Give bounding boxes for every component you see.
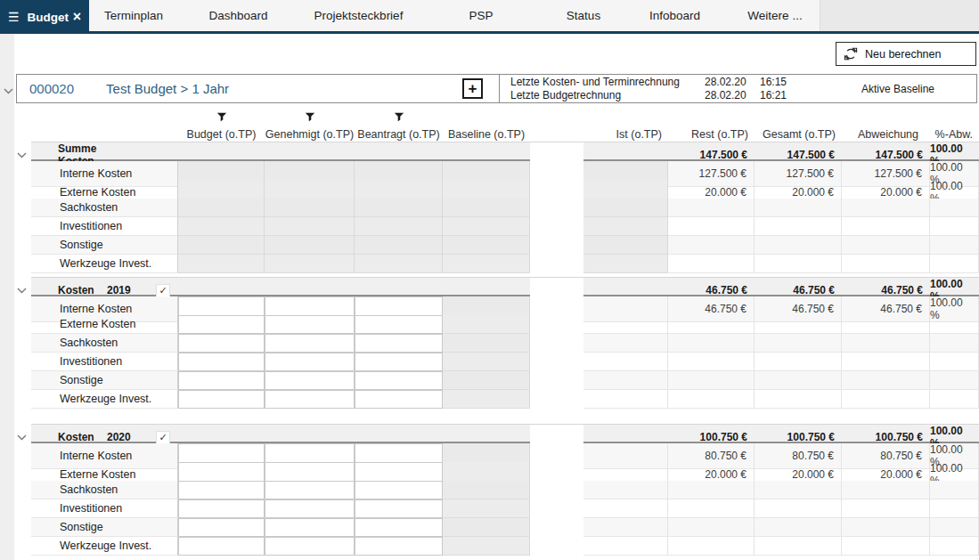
- budget-row-interne-kosten: Interne Kosten80.750 €80.750 €80.750 €10…: [31, 443, 979, 462]
- budget-cell[interactable]: [178, 537, 265, 556]
- project-header: 000020 Test Budget > 1 Jahr + Letzte Kos…: [16, 74, 977, 103]
- add-button[interactable]: +: [462, 78, 483, 99]
- group-active-checkbox[interactable]: ✓: [156, 431, 170, 444]
- column-header-ist: Ist (o.TP): [583, 124, 668, 141]
- tab-weitere[interactable]: Weitere ...: [726, 0, 824, 31]
- group-header-row: Kosten2020✓100.750 €100.750 €100.750 €10…: [31, 424, 979, 443]
- beantragt-cell[interactable]: [355, 390, 443, 409]
- abweichung-value: [842, 371, 930, 390]
- budget-row-sachkosten: Sachkosten: [31, 481, 979, 499]
- tab-dashboard[interactable]: Dashboard: [178, 0, 298, 31]
- ist-cell: [583, 537, 668, 556]
- gesamt-value: [755, 334, 842, 353]
- baseline-cell: [443, 371, 530, 390]
- beantragt-cell[interactable]: [355, 334, 443, 353]
- calculation-info-date: 28.02.20: [705, 89, 760, 102]
- tab-projektsteckbrief[interactable]: Projektsteckbrief: [298, 0, 419, 31]
- baseline-cell: [443, 217, 530, 236]
- budget-cell[interactable]: [178, 353, 265, 371]
- beantragt-cell[interactable]: [355, 353, 443, 371]
- tab-budget[interactable]: ☰ Budget ×: [0, 0, 89, 34]
- genehmigt-cell[interactable]: [265, 371, 355, 390]
- budget-cell: [178, 255, 265, 273]
- tab-bar-empty-zone: [820, 0, 979, 31]
- ist-cell: [583, 518, 668, 537]
- genehmigt-cell[interactable]: [265, 315, 355, 334]
- genehmigt-cell[interactable]: [265, 390, 355, 409]
- tab-label: Infoboard: [649, 9, 700, 22]
- genehmigt-cell[interactable]: [265, 353, 355, 371]
- row-label: Sonstige: [31, 518, 178, 537]
- genehmigt-cell[interactable]: [265, 334, 355, 353]
- spacer-cell: [530, 199, 583, 217]
- gesamt-value: [755, 499, 842, 518]
- budget-cell[interactable]: [178, 518, 265, 537]
- row-label: Investitionen: [31, 353, 178, 371]
- beantragt-cell[interactable]: [355, 315, 443, 334]
- group-expand-chevron-icon[interactable]: [17, 146, 27, 162]
- spacer-cell: [530, 255, 583, 273]
- rest-value: [668, 371, 755, 390]
- pabw-value: [930, 334, 979, 353]
- spacer-cell: [530, 499, 583, 518]
- abweichung-value: [842, 518, 930, 537]
- budget-cell[interactable]: [178, 315, 265, 334]
- budget-row-externe-kosten: Externe Kosten20.000 €20.000 €20.000 €10…: [31, 180, 979, 199]
- budget-row-sonstige: Sonstige: [31, 371, 979, 390]
- group-active-checkbox[interactable]: ✓: [156, 284, 170, 297]
- beantragt-cell[interactable]: [355, 481, 443, 499]
- recalculate-button[interactable]: Neu berechnen: [836, 42, 976, 66]
- spacer-cell: [530, 481, 583, 499]
- row-label: Investitionen: [31, 499, 178, 518]
- row-label: Sachkosten: [31, 481, 178, 499]
- budget-row-interne-kosten: Interne Kosten127.500 €127.500 €127.500 …: [31, 161, 979, 180]
- budget-cell[interactable]: [178, 499, 265, 518]
- genehmigt-cell[interactable]: [265, 481, 355, 499]
- budget-section-kosten-2020: Kosten2020✓100.750 €100.750 €100.750 €10…: [31, 424, 979, 556]
- pabw-value: [930, 217, 979, 236]
- project-expand-chevron-icon[interactable]: [4, 82, 13, 98]
- abweichung-value: [842, 334, 930, 353]
- abweichung-value: [842, 499, 930, 518]
- budget-cell[interactable]: [178, 390, 265, 409]
- budget-cell[interactable]: [178, 334, 265, 353]
- rest-value: [668, 481, 755, 499]
- pabw-value: [930, 371, 979, 390]
- genehmigt-cell[interactable]: [265, 499, 355, 518]
- ist-cell: [583, 236, 668, 255]
- abweichung-value: [842, 353, 930, 371]
- group-year: 2020: [107, 431, 135, 443]
- budget-cell[interactable]: [178, 371, 265, 390]
- spacer-cell: [530, 518, 583, 537]
- beantragt-cell[interactable]: [355, 371, 443, 390]
- beantragt-cell[interactable]: [355, 537, 443, 556]
- rest-value: [668, 518, 755, 537]
- beantragt-cell[interactable]: [355, 518, 443, 537]
- genehmigt-cell[interactable]: [265, 518, 355, 537]
- tab-label: PSP: [469, 9, 493, 22]
- budget-cell[interactable]: [178, 481, 265, 499]
- genehmigt-cell[interactable]: [265, 537, 355, 556]
- column-header-beantragt: Beantragt (o.TP): [355, 124, 443, 141]
- budget-cell: [178, 236, 265, 255]
- tab-psp[interactable]: PSP: [419, 0, 543, 31]
- baseline-cell: [443, 255, 530, 273]
- budget-table: Summe Kosten147.500 €147.500 €147.500 €1…: [31, 142, 979, 556]
- close-tab-icon[interactable]: ×: [73, 10, 81, 24]
- row-label: Sonstige: [31, 371, 178, 390]
- hamburger-menu-icon[interactable]: ☰: [8, 10, 20, 24]
- row-label: Externe Kosten: [31, 315, 178, 334]
- group-expand-chevron-icon[interactable]: [17, 428, 27, 444]
- budget-section-summe-kosten: Summe Kosten147.500 €147.500 €147.500 €1…: [31, 142, 979, 273]
- tab-infoboard[interactable]: Infoboard: [624, 0, 726, 31]
- baseline-cell: [443, 537, 530, 556]
- group-expand-chevron-icon[interactable]: [17, 281, 27, 297]
- tab-terminplan[interactable]: Terminplan: [89, 0, 178, 31]
- tab-status[interactable]: Status: [543, 0, 624, 31]
- row-label: Sachkosten: [31, 199, 178, 217]
- pabw-value: [930, 199, 979, 217]
- beantragt-cell[interactable]: [355, 499, 443, 518]
- budget-row-sonstige: Sonstige: [31, 236, 979, 255]
- spacer-cell: [530, 315, 583, 334]
- gesamt-value: [755, 315, 842, 334]
